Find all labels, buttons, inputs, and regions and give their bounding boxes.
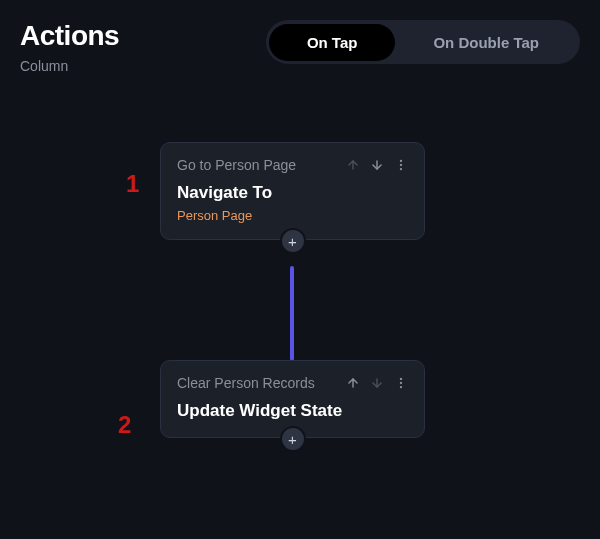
svg-point-4 [400, 168, 402, 170]
node-target: Person Page [177, 208, 408, 223]
add-action-button[interactable]: + [280, 228, 306, 254]
node-header: Go to Person Page [177, 157, 408, 173]
more-vertical-icon[interactable] [394, 158, 408, 172]
more-vertical-icon[interactable] [394, 376, 408, 390]
arrow-down-icon[interactable] [370, 158, 384, 172]
tab-on-tap[interactable]: On Tap [269, 24, 396, 61]
svg-point-8 [400, 382, 402, 384]
header-left: Actions Column [20, 20, 266, 74]
node-label: Go to Person Page [177, 157, 296, 173]
annotation-2: 2 [118, 411, 131, 439]
arrow-up-icon[interactable] [346, 158, 360, 172]
tabs: On Tap On Double Tap [266, 20, 580, 64]
svg-point-2 [400, 160, 402, 162]
plus-icon: + [288, 432, 297, 447]
node-controls [346, 158, 408, 172]
arrow-down-icon[interactable] [370, 376, 384, 390]
svg-point-9 [400, 386, 402, 388]
node-header: Clear Person Records [177, 375, 408, 391]
canvas: 1 2 Go to Person Page Navigate To Person… [0, 84, 600, 533]
annotation-1: 1 [126, 170, 139, 198]
svg-point-3 [400, 164, 402, 166]
header: Actions Column On Tap On Double Tap [0, 0, 600, 84]
arrow-up-icon[interactable] [346, 376, 360, 390]
node-title: Update Widget State [177, 401, 408, 421]
page-subtitle: Column [20, 58, 266, 74]
tab-on-double-tap[interactable]: On Double Tap [395, 24, 577, 61]
page-title: Actions [20, 20, 266, 52]
action-node-navigate[interactable]: Go to Person Page Navigate To Person Pag… [160, 142, 425, 240]
action-node-update-state[interactable]: Clear Person Records Update Widget State… [160, 360, 425, 438]
add-action-button[interactable]: + [280, 426, 306, 452]
node-label: Clear Person Records [177, 375, 315, 391]
node-title: Navigate To [177, 183, 408, 203]
svg-point-7 [400, 378, 402, 380]
node-controls [346, 376, 408, 390]
connector-line [290, 266, 294, 361]
plus-icon: + [288, 234, 297, 249]
